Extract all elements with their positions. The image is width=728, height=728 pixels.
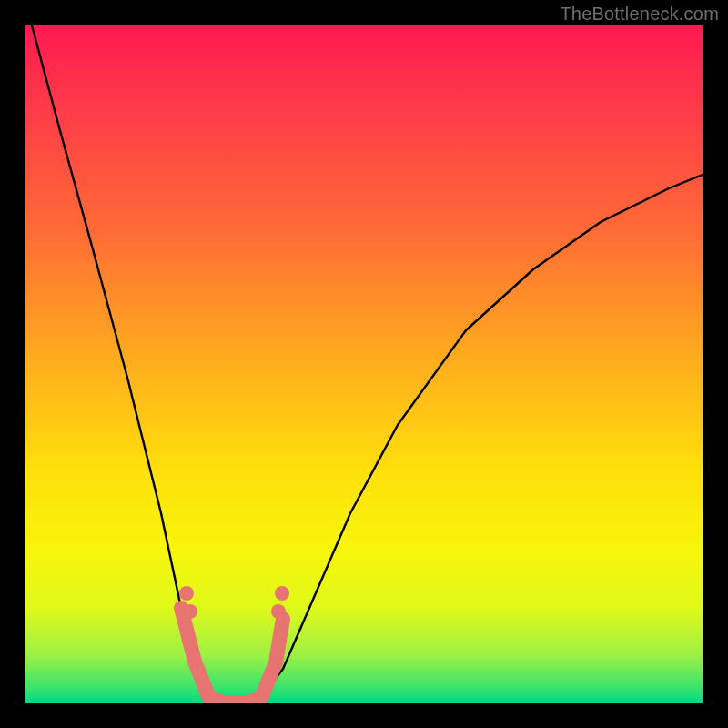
marker-dot (275, 586, 289, 601)
marker-dot (179, 586, 194, 601)
curve-line (32, 25, 703, 703)
marker-dot (183, 604, 197, 619)
chart-frame: TheBottleneck.com (0, 0, 728, 728)
highlight-band (181, 608, 283, 703)
chart-plot-area (25, 25, 703, 703)
bottleneck-curve (25, 25, 703, 703)
watermark-text: TheBottleneck.com (560, 4, 719, 25)
marker-dot (271, 604, 286, 619)
